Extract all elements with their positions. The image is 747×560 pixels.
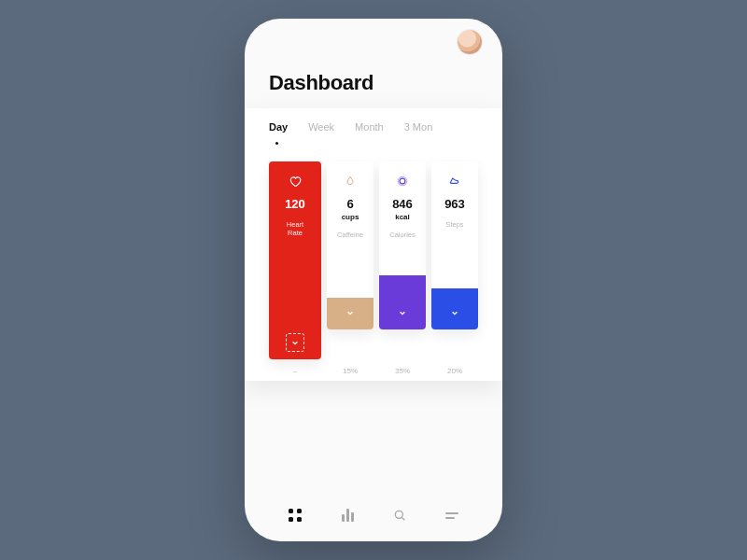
shoe-icon — [448, 173, 461, 189]
bottom-nav — [245, 489, 502, 541]
metric-value: 120 — [285, 197, 305, 211]
metric-card-steps[interactable]: 963 Steps — [431, 161, 478, 329]
metric-label: Calories — [389, 231, 416, 239]
svg-point-2 — [395, 511, 402, 518]
metric-value: 6 — [346, 197, 353, 211]
expand-button[interactable] — [341, 303, 359, 322]
metric-percent: 15% — [327, 367, 374, 375]
drop-icon — [345, 173, 356, 189]
metric-value: 846 — [392, 197, 413, 211]
title-row: Dashboard — [245, 54, 502, 108]
metric-card-caffeine[interactable]: 6 cups Caffeine — [327, 161, 374, 329]
tab-day[interactable]: Day — [269, 121, 288, 133]
metric-unit: cups — [342, 213, 359, 221]
avatar[interactable] — [458, 30, 482, 54]
svg-point-1 — [400, 178, 405, 184]
nav-menu-icon[interactable] — [444, 507, 460, 524]
tab-month[interactable]: Month — [355, 121, 384, 133]
content-card: Day Week Month 3 Mon 120 Heart Rate — [245, 108, 502, 381]
page-title: Dashboard — [269, 71, 478, 95]
tab-3mon[interactable]: 3 Mon — [404, 121, 433, 133]
expand-button[interactable] — [286, 333, 304, 352]
metric-label: Steps — [445, 220, 463, 229]
metric-percent: – — [269, 367, 321, 375]
nav-search-icon[interactable] — [391, 507, 408, 524]
heart-icon — [289, 173, 302, 189]
status-bar — [245, 19, 502, 54]
nav-grid-icon[interactable] — [287, 507, 303, 524]
metric-percent: 20% — [431, 367, 478, 375]
screen: Dashboard Day Week Month 3 Mon 120 Heart… — [245, 19, 502, 541]
metrics-row: 120 Heart Rate 6 cups Caffeine — [245, 154, 502, 365]
phone-frame: Dashboard Day Week Month 3 Mon 120 Heart… — [245, 19, 502, 541]
nav-stats-icon[interactable] — [339, 507, 356, 524]
expand-button[interactable] — [445, 303, 464, 322]
metric-label: Caffeine — [337, 231, 363, 239]
metric-percent: 35% — [379, 367, 426, 375]
metric-value: 963 — [444, 197, 465, 211]
time-tabs: Day Week Month 3 Mon — [245, 108, 502, 134]
metric-label: Heart Rate — [287, 220, 303, 238]
ring-icon — [396, 173, 409, 189]
percent-row: – 15% 35% 20% — [245, 365, 502, 381]
expand-button[interactable] — [393, 303, 412, 322]
active-tab-indicator — [275, 142, 278, 145]
metric-card-heart-rate[interactable]: 120 Heart Rate — [269, 161, 321, 359]
metric-unit: kcal — [395, 213, 410, 221]
metric-card-calories[interactable]: 846 kcal Calories — [379, 161, 426, 329]
tab-week[interactable]: Week — [308, 121, 334, 133]
